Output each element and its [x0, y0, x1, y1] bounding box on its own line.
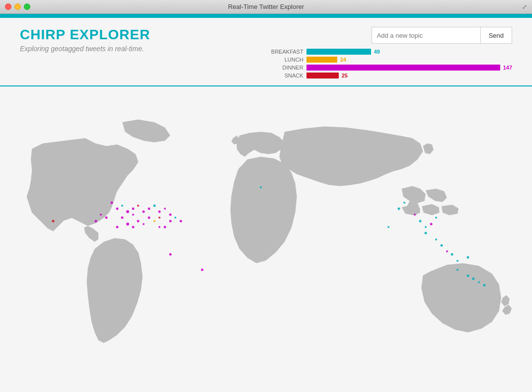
topic-label: LUNCH — [269, 57, 304, 63]
right-section: Send BREAKFAST49LUNCH24DINNER147SNACK25 — [269, 27, 512, 78]
topic-row: DINNER147 — [269, 65, 512, 71]
topic-bar — [306, 73, 339, 78]
topic-row: SNACK25 — [269, 73, 512, 78]
topic-row: BREAKFAST49 — [269, 49, 512, 55]
world-map — [0, 86, 532, 392]
topic-bar-container: 25 — [306, 73, 348, 78]
send-button[interactable]: Send — [481, 27, 512, 44]
topic-input[interactable] — [372, 27, 481, 44]
close-button[interactable] — [5, 3, 11, 10]
app-title: CHIRP EXPLORER — [20, 27, 150, 43]
brand-section: CHIRP EXPLORER Exploring geotagged tweet… — [20, 27, 150, 53]
topic-bar-container: 147 — [306, 65, 512, 71]
window-chrome: Real-Time Twitter Explorer ⤢ — [0, 0, 532, 14]
app-content: CHIRP EXPLORER Exploring geotagged tweet… — [0, 18, 532, 392]
topic-count: 24 — [340, 57, 346, 63]
topic-bar-container: 49 — [306, 49, 380, 55]
topic-bar — [306, 57, 337, 63]
topic-bar — [306, 65, 500, 71]
topic-label: DINNER — [269, 65, 304, 71]
topic-row: LUNCH24 — [269, 57, 512, 63]
header: CHIRP EXPLORER Exploring geotagged tweet… — [0, 18, 532, 78]
minimize-button[interactable] — [14, 3, 21, 10]
map-container — [0, 86, 532, 392]
maximize-button[interactable] — [24, 3, 30, 10]
traffic-lights — [5, 3, 30, 10]
topic-bar-container: 24 — [306, 57, 346, 63]
topic-label: SNACK — [269, 73, 304, 78]
window-title: Real-Time Twitter Explorer — [228, 3, 304, 10]
topics-chart: BREAKFAST49LUNCH24DINNER147SNACK25 — [269, 49, 512, 78]
top-bar — [0, 14, 532, 18]
topic-bar — [306, 49, 371, 55]
topic-count: 49 — [374, 49, 380, 55]
resize-icon: ⤢ — [522, 3, 527, 10]
app-subtitle: Exploring geotagged tweets in real-time. — [20, 45, 150, 53]
topic-count: 147 — [503, 65, 512, 71]
topic-count: 25 — [342, 73, 348, 78]
input-row: Send — [372, 27, 512, 44]
topic-label: BREAKFAST — [269, 49, 304, 55]
